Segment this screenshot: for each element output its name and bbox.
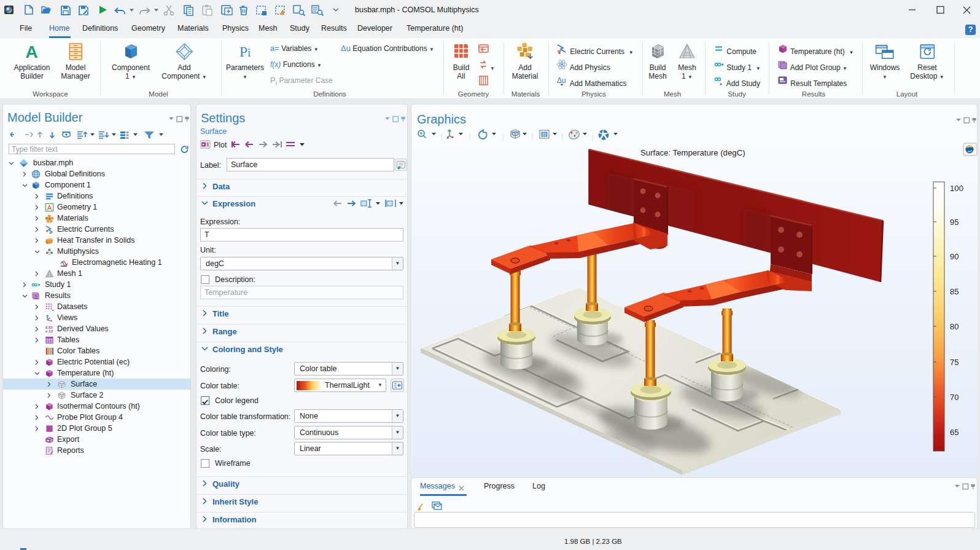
svg-text:85: 85 [950,287,959,296]
svg-text:65: 65 [950,428,959,437]
svg-text:Surface: Temperature (degC): Surface: Temperature (degC) [640,148,745,157]
svg-text:90: 90 [950,252,959,261]
svg-text:100: 100 [950,184,963,193]
svg-text:Plot: Plot [214,141,227,149]
svg-text:95: 95 [950,218,959,227]
svg-text:75: 75 [950,358,959,367]
svg-text:A: A [26,42,38,61]
svg-text:Pi: Pi [239,44,251,60]
svg-text:70: 70 [950,393,959,402]
svg-text:80: 80 [950,322,959,331]
svg-text:Δu: Δu [557,76,566,85]
